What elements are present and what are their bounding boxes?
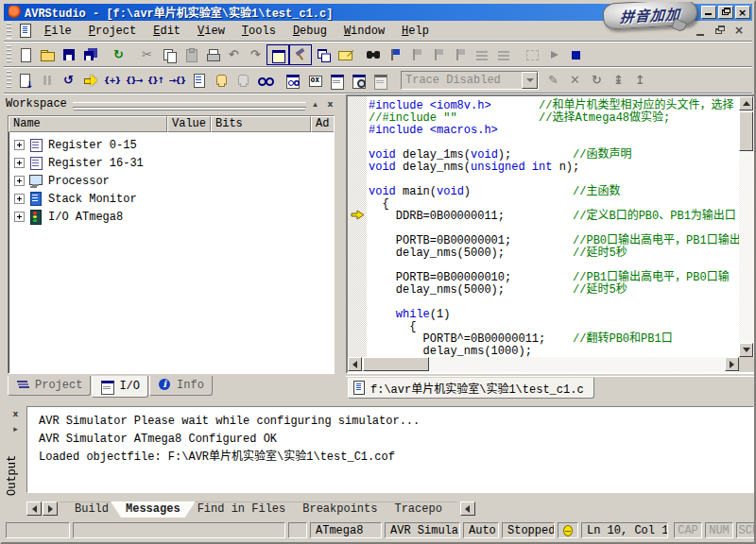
document-tab[interactable]: f:\avr单片机实验室\实验1\test_c1.c (348, 378, 594, 399)
tabs-scroll-left-icon[interactable] (26, 502, 42, 516)
output-close-icon[interactable]: x (9, 408, 22, 419)
trace-clear-button[interactable]: ✕ (564, 70, 586, 91)
workspace-header[interactable]: Workspace ▴ x (6, 96, 336, 110)
menu-help[interactable]: Help (393, 23, 438, 40)
tree-item-register-0-15[interactable]: Register 0-15 (9, 136, 334, 154)
clear-bookmarks-button[interactable] (449, 44, 471, 65)
trace-window-button[interactable] (521, 44, 542, 65)
cut-button[interactable]: ✂ (136, 44, 158, 65)
copy-button[interactable] (158, 44, 180, 65)
editor-horizontal-scrollbar[interactable] (348, 357, 739, 372)
expand-plus-icon[interactable] (14, 194, 25, 204)
expand-plus-icon[interactable] (14, 212, 25, 222)
output-tab-messages[interactable]: Messages (111, 502, 196, 518)
expand-plus-icon[interactable] (14, 176, 25, 186)
document-system-icon[interactable] (18, 24, 32, 38)
code-text[interactable]: #include <iom8v.h> //和单片机类型相对应的头文件，选择//#… (369, 98, 739, 357)
step-over-button[interactable]: {}→ (123, 70, 145, 91)
build-button[interactable] (289, 44, 312, 65)
indent-button[interactable] (471, 44, 492, 65)
reassemble-button[interactable]: ↻ (108, 44, 129, 65)
trace-edit-button[interactable]: ✎ (542, 70, 564, 91)
scroll-down-icon[interactable] (739, 343, 753, 357)
open-file-button[interactable] (36, 44, 58, 65)
menu-window[interactable]: Window (335, 23, 393, 40)
menu-file[interactable]: File (36, 23, 80, 40)
menu-edit[interactable]: Edit (145, 23, 189, 40)
ime-pinyin-badge[interactable]: 拼音加加 (602, 0, 697, 30)
vertical-scroll-thumb[interactable] (739, 111, 753, 151)
auto-step-button[interactable] (188, 70, 210, 91)
output-tab-breakpoints[interactable]: Breakpoints (287, 502, 392, 518)
workspace-tab-io[interactable]: I/O (92, 376, 148, 398)
scroll-bottom-button[interactable]: ↨ (608, 70, 629, 91)
step-into-button[interactable]: {+} (101, 70, 123, 91)
output-log[interactable]: AVR Simulator Please wait while configur… (26, 406, 754, 493)
register-window-button[interactable] (282, 70, 303, 91)
column-header-ad[interactable]: Ad (311, 116, 335, 132)
scroll-left-icon[interactable] (348, 357, 362, 371)
remove-breakpoints-button[interactable] (232, 70, 253, 91)
trace-mode-select[interactable]: Trace Disabled (401, 71, 539, 90)
trace-into-button[interactable] (14, 70, 36, 91)
menu-view[interactable]: View (189, 23, 233, 40)
find-in-files-button[interactable] (334, 44, 355, 65)
next-bookmark-button[interactable] (405, 44, 427, 65)
outdent-button[interactable] (492, 44, 514, 65)
new-file-button[interactable] (14, 44, 36, 65)
step-button[interactable] (79, 70, 101, 91)
toolbar1-grip[interactable] (7, 45, 11, 64)
close-button[interactable]: × (735, 6, 750, 19)
expand-plus-icon[interactable] (14, 140, 25, 150)
tree-item-register-16-31[interactable]: Register 16-31 (9, 154, 334, 172)
toggle-bookmark-button[interactable] (384, 44, 405, 65)
menu-tools[interactable]: Tools (233, 23, 284, 40)
tree-item-i-o-atmega8[interactable]: I/O ATmega8 (9, 208, 334, 226)
tree-item-processor[interactable]: Processor (9, 172, 334, 190)
memory-window-button[interactable] (347, 70, 369, 91)
horizontal-scroll-thumb[interactable] (363, 357, 429, 371)
tabs-scroll-right-icon[interactable] (43, 502, 58, 516)
editor-selection-margin[interactable] (348, 96, 367, 357)
scroll-top-button[interactable]: ↥ (629, 70, 651, 91)
code-editor[interactable]: #include <iom8v.h> //和单片机类型相对应的头文件，选择//#… (346, 94, 756, 374)
find-button[interactable] (362, 44, 384, 65)
mdi-close-button[interactable]: × (731, 25, 747, 38)
print-button[interactable] (201, 44, 223, 65)
pause-button[interactable] (36, 70, 58, 91)
mdi-minimize-button[interactable] (694, 25, 709, 38)
trace-pin-button[interactable]: ↻ (586, 70, 608, 91)
break-button[interactable] (210, 70, 232, 91)
workspace-close-icon[interactable]: x (324, 98, 336, 110)
menu-debug[interactable]: Debug (284, 23, 335, 40)
expand-plus-icon[interactable] (14, 158, 25, 168)
scroll-right-icon[interactable] (725, 357, 739, 371)
run-to-cursor-button[interactable]: →{} (166, 70, 188, 91)
workspace-pin-icon[interactable]: ▴ (309, 98, 321, 110)
tabs-scroll-left2-icon[interactable] (460, 502, 475, 516)
editor-vertical-scrollbar[interactable] (739, 96, 754, 357)
mdi-restore-button[interactable] (713, 25, 728, 38)
menu-project[interactable]: Project (80, 23, 145, 40)
quickwatch-button[interactable] (253, 70, 275, 91)
toolbar2-grip[interactable] (7, 71, 11, 91)
tree-item-stack-monitor[interactable]: Stack Monitor (9, 190, 334, 208)
workspace-tab-info[interactable]: Info (149, 376, 213, 396)
toggle-workspace-button[interactable] (266, 44, 289, 65)
restore-button[interactable] (718, 6, 733, 19)
workspace-tab-project[interactable]: Project (8, 376, 91, 396)
column-header-bits[interactable]: Bits (211, 116, 311, 132)
prev-bookmark-button[interactable] (427, 44, 449, 65)
save-all-button[interactable] (79, 44, 101, 65)
reset-button[interactable]: ↺ (58, 70, 79, 91)
stop-button[interactable] (564, 44, 586, 65)
output-tab-find-in-files[interactable]: Find in Files (182, 502, 301, 518)
redo-button[interactable]: ↷ (245, 44, 266, 65)
undo-button[interactable]: ↶ (223, 44, 245, 65)
run-button[interactable] (542, 44, 564, 65)
message-window-button[interactable] (303, 70, 325, 91)
menubar-grip[interactable] (7, 23, 11, 39)
output-expand-icon[interactable]: ▸ (9, 423, 22, 434)
output-tab-tracepo[interactable]: Tracepo (379, 502, 456, 518)
save-button[interactable] (58, 44, 79, 65)
